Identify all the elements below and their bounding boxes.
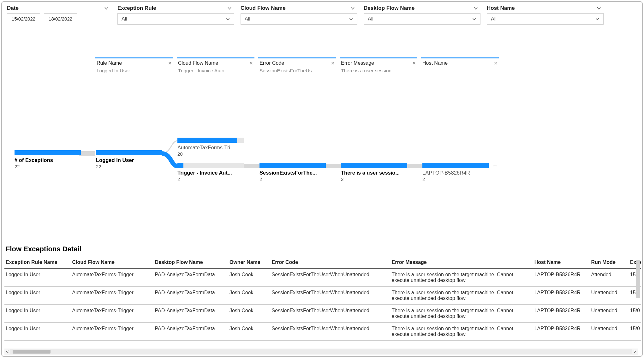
col-msg[interactable]: Error Message <box>391 257 533 269</box>
filter-cloud-label: Cloud Flow Name <box>241 5 286 11</box>
table-cell: There is a user session on the target ma… <box>391 287 533 305</box>
date-from-input[interactable]: 15/02/2022 <box>7 13 40 24</box>
tree-l4-value: 2 <box>341 176 407 182</box>
tree-node-level2b[interactable]: Trigger - Invoice Aut... 2 <box>177 163 244 182</box>
table-cell: Josh Cook <box>228 287 271 305</box>
table-cell: 15/0 <box>629 323 641 341</box>
table-cell: Logged In User <box>4 305 71 323</box>
table-cell: LAPTOP-B5826R4R <box>533 323 590 341</box>
filter-rule-label: Exception Rule <box>117 5 156 11</box>
chevron-down-icon <box>348 16 354 22</box>
vertical-scrollbar[interactable] <box>636 260 640 298</box>
table-cell: SessionExistsForTheUserWhenUnattended <box>270 305 390 323</box>
close-icon[interactable]: ✕ <box>494 61 498 66</box>
tree-root-label: # of Exceptions <box>15 157 81 163</box>
col-owner[interactable]: Owner Name <box>228 257 271 269</box>
tree-node-level4[interactable]: There is a user sessio... 2 <box>341 163 407 182</box>
decomp-header-errorcode-value: SessionExistsForTheUs... <box>259 68 335 74</box>
table-cell: AutomateTaxForms-Trigger <box>71 269 154 287</box>
cloud-flow-value: All <box>245 16 250 22</box>
decomposition-tree: # of Exceptions 22 Logged In User 22 Aut… <box>7 84 499 191</box>
close-icon[interactable]: ✕ <box>412 61 416 66</box>
exceptions-table: Exception Rule Name Cloud Flow Name Desk… <box>4 257 641 355</box>
tree-l1-label: Logged In User <box>96 157 162 163</box>
chevron-down-icon[interactable] <box>227 5 232 11</box>
filter-date-label: Date <box>7 5 19 11</box>
close-icon[interactable]: ✕ <box>249 61 253 66</box>
table-cell: SessionExistsForTheUserWhenUnattended <box>270 287 390 305</box>
table-cell: Logged In User <box>4 269 71 287</box>
close-icon[interactable]: ✕ <box>331 61 335 66</box>
desktop-flow-value: All <box>368 16 373 22</box>
decomp-header-errormsg-value: There is a user session ... <box>341 68 416 74</box>
table-cell: LAPTOP-B5826R4R <box>533 305 590 323</box>
col-desktop[interactable]: Desktop Flow Name <box>154 257 228 269</box>
table-cell: Unattended <box>590 323 629 341</box>
decomp-header-errorcode: Error Code ✕ SessionExistsForTheUs... <box>258 57 336 74</box>
table-cell: There is a user session on the target ma… <box>391 269 533 287</box>
tree-node-root[interactable]: # of Exceptions 22 <box>15 150 81 169</box>
chevron-down-icon[interactable] <box>350 5 355 11</box>
table-row[interactable]: Logged In UserAutomateTaxForms-TriggerPA… <box>4 269 641 287</box>
date-to-input[interactable]: 18/02/2022 <box>44 13 77 24</box>
exception-rule-dropdown[interactable]: All <box>117 13 234 25</box>
tree-l3-value: 2 <box>259 176 326 182</box>
col-host[interactable]: Host Name <box>533 257 590 269</box>
decomp-header-rule: Rule Name ✕ Logged In User <box>95 57 173 74</box>
filter-desktop-flow: Desktop Flow Name All <box>364 5 480 25</box>
host-name-dropdown[interactable]: All <box>487 13 604 25</box>
decomp-header-cloud: Cloud Flow Name ✕ Trigger - Invoice Auto… <box>177 57 254 74</box>
scroll-right-icon[interactable]: > <box>632 349 638 354</box>
table-cell: Logged In User <box>4 323 71 341</box>
table-cell: AutomateTaxForms-Trigger <box>71 323 154 341</box>
table-cell: PAD-AnalyzeTaxFormData <box>154 323 228 341</box>
chevron-down-icon <box>471 16 477 22</box>
tree-l5-value: 2 <box>422 176 489 182</box>
table-cell: SessionExistsForTheUserWhenUnattended <box>270 323 390 341</box>
tree-node-level2a[interactable]: AutomateTaxForms-Tri... 20 <box>177 138 244 157</box>
tree-node-level1[interactable]: Logged In User 22 <box>96 150 162 169</box>
chevron-down-icon <box>225 16 231 22</box>
table-cell: Unattended <box>590 305 629 323</box>
horizontal-scrollbar[interactable]: < > <box>4 349 638 355</box>
scroll-thumb[interactable] <box>13 350 51 354</box>
col-mode[interactable]: Run Mode <box>590 257 629 269</box>
tree-l2a-label: AutomateTaxForms-Tri... <box>177 145 244 151</box>
scroll-track[interactable] <box>10 349 632 354</box>
decomp-header-errormsg-title: Error Message <box>341 60 374 66</box>
table-cell: PAD-AnalyzeTaxFormData <box>154 269 228 287</box>
cloud-flow-dropdown[interactable]: All <box>241 13 357 25</box>
table-title: Flow Exceptions Detail <box>6 245 641 253</box>
chevron-down-icon <box>594 16 600 22</box>
table-row[interactable]: Logged In UserAutomateTaxForms-TriggerPA… <box>4 287 641 305</box>
tree-l4-label: There is a user sessio... <box>341 170 407 176</box>
filter-row: Date 15/02/2022 18/02/2022 Exception Rul… <box>2 2 642 28</box>
table-cell: Josh Cook <box>228 305 271 323</box>
desktop-flow-dropdown[interactable]: All <box>364 13 480 25</box>
tree-l2b-value: 2 <box>177 176 244 182</box>
tree-node-level5[interactable]: LAPTOP-B5826R4R 2 <box>422 163 489 182</box>
chevron-down-icon[interactable] <box>104 5 109 11</box>
scroll-left-icon[interactable]: < <box>4 349 10 354</box>
table-row[interactable]: Logged In UserAutomateTaxForms-TriggerPA… <box>4 305 641 323</box>
tree-l2b-label: Trigger - Invoice Aut... <box>177 170 244 176</box>
table-row[interactable]: Logged In UserAutomateTaxForms-TriggerPA… <box>4 323 641 341</box>
decomp-header-host-title: Host Name <box>422 60 448 66</box>
table-cell: AutomateTaxForms-Trigger <box>71 287 154 305</box>
decomp-header-cloud-value: Trigger - Invoice Auto... <box>178 68 253 74</box>
table-cell: There is a user session on the target ma… <box>391 323 533 341</box>
col-code[interactable]: Error Code <box>270 257 390 269</box>
table-cell: PAD-AnalyzeTaxFormData <box>154 305 228 323</box>
tree-node-level3[interactable]: SessionExistsForThe... 2 <box>259 163 326 182</box>
col-cloud[interactable]: Cloud Flow Name <box>71 257 154 269</box>
chevron-down-icon[interactable] <box>473 5 479 11</box>
col-rule[interactable]: Exception Rule Name <box>4 257 71 269</box>
table-cell: Josh Cook <box>228 269 271 287</box>
filter-host-label: Host Name <box>487 5 515 11</box>
table-cell: 15/0 <box>629 305 641 323</box>
add-level-icon[interactable]: + <box>492 163 498 169</box>
table-cell: Logged In User <box>4 287 71 305</box>
chevron-down-icon[interactable] <box>596 5 602 11</box>
filter-host-name: Host Name All <box>487 5 604 25</box>
close-icon[interactable]: ✕ <box>168 61 172 66</box>
